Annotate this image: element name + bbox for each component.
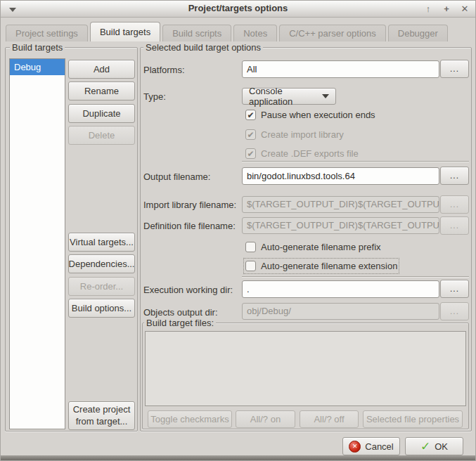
virtual-targets-button[interactable]: Virtual targets... — [68, 233, 135, 252]
tab-build-targets[interactable]: Build targets — [90, 22, 160, 41]
ok-button-label: OK — [435, 441, 448, 452]
duplicate-button[interactable]: Duplicate — [68, 104, 135, 123]
build-targets-group-label: Build targets — [10, 42, 65, 53]
platforms-label: Platforms: — [143, 65, 185, 75]
import-library-filename-label: Import library filename: — [143, 200, 236, 210]
objects-output-dir-label: Objects output dir: — [143, 307, 218, 318]
checkbox-unchecked-icon[interactable] — [245, 242, 256, 252]
import-library-browse-button: ... — [440, 195, 469, 214]
output-filename-input[interactable]: bin/godot.linuxbsd.tools.64 — [242, 167, 439, 185]
ok-button[interactable]: ✓ OK — [405, 437, 463, 455]
type-dropdown[interactable]: Console application — [242, 88, 336, 105]
window-bottom-edge — [1, 455, 475, 460]
list-item-debug[interactable]: Debug — [10, 59, 65, 75]
definition-file-filename-label: Definition file filename: — [143, 221, 236, 231]
chevron-down-icon — [322, 94, 329, 98]
ok-check-icon: ✓ — [420, 439, 430, 454]
reorder-button: Re-order... — [68, 277, 135, 296]
output-filename-label: Output filename: — [143, 171, 210, 182]
tab-notes[interactable]: Notes — [233, 25, 277, 41]
auto-generate-extension-label: Auto-generate filename extension — [261, 261, 397, 271]
auto-generate-extension-checkbox[interactable]: Auto-generate filename extension — [245, 260, 397, 272]
window-title: Project/targets options — [1, 3, 475, 13]
type-dropdown-value: Console application — [249, 86, 316, 107]
tab-cpp-parser-options[interactable]: C/C++ parser options — [279, 25, 386, 41]
all-on-button: All/? on — [236, 410, 295, 428]
selected-build-target-options-label: Selected build target options — [143, 42, 263, 53]
definition-file-filename-input: $(TARGET_OUTPUT_DIR)$(TARGET_OUTPUT_BAS — [242, 217, 439, 234]
checkbox-checked-icon[interactable]: ✔ — [245, 110, 256, 120]
close-window-icon[interactable]: ✕ — [460, 1, 470, 18]
separator — [242, 276, 469, 278]
titlebar: Project/targets options ↑ + ✕ — [1, 1, 475, 18]
dependencies-button[interactable]: Dependencies... — [68, 254, 135, 273]
checkbox-unchecked-icon[interactable] — [245, 261, 256, 271]
auto-generate-prefix-label: Auto-generate filename prefix — [261, 242, 381, 252]
pause-when-execution-ends-label: Pause when execution ends — [261, 110, 375, 120]
add-button[interactable]: Add — [68, 60, 135, 79]
tab-build-scripts[interactable]: Build scripts — [162, 25, 231, 41]
tab-bar: Project settings Build targets Build scr… — [1, 18, 475, 41]
cancel-button-label: Cancel — [365, 441, 393, 452]
build-options-button[interactable]: Build options... — [68, 299, 135, 318]
execution-working-dir-input[interactable]: . — [242, 280, 439, 298]
pause-when-execution-ends-checkbox[interactable]: ✔ Pause when execution ends — [245, 109, 375, 121]
build-targets-list[interactable]: Debug — [9, 58, 65, 429]
delete-button: Delete — [68, 126, 135, 145]
selected-file-properties-button: Selected file properties — [363, 410, 463, 428]
build-target-files-list[interactable] — [145, 331, 466, 406]
output-filename-browse-button[interactable]: ... — [440, 167, 469, 185]
objects-output-dir-input: obj/Debug/ — [242, 303, 439, 320]
create-def-exports-checkbox: ✔ Create .DEF exports file — [245, 148, 359, 160]
create-def-exports-label: Create .DEF exports file — [261, 148, 359, 159]
checkbox-checked-icon: ✔ — [245, 129, 256, 140]
auto-generate-prefix-checkbox[interactable]: Auto-generate filename prefix — [245, 241, 381, 253]
all-off-button: All/? off — [300, 410, 359, 428]
checkbox-checked-icon: ✔ — [245, 148, 256, 159]
separator — [242, 161, 469, 162]
definition-file-browse-button: ... — [440, 216, 469, 235]
execution-working-dir-label: Execution working dir: — [143, 285, 233, 295]
execution-working-dir-browse-button[interactable]: ... — [440, 280, 469, 298]
objects-output-dir-browse-button: ... — [440, 302, 469, 320]
cancel-button[interactable]: ✕ Cancel — [342, 437, 400, 455]
maximize-window-icon[interactable]: + — [442, 1, 451, 18]
platforms-browse-button[interactable]: ... — [440, 60, 469, 78]
toggle-checkmarks-button: Toggle checkmarks — [148, 410, 232, 428]
tab-debugger[interactable]: Debugger — [388, 25, 448, 41]
build-target-files-label: Build target files: — [144, 318, 216, 328]
cancel-icon: ✕ — [349, 441, 361, 453]
tab-project-settings[interactable]: Project settings — [6, 25, 88, 41]
project-targets-options-dialog: Project/targets options ↑ + ✕ Project se… — [0, 0, 476, 461]
create-project-from-target-button[interactable]: Create project from target... — [68, 401, 135, 430]
shade-window-icon[interactable]: ↑ — [423, 1, 433, 18]
platforms-input[interactable]: All — [242, 60, 439, 78]
import-library-filename-input: $(TARGET_OUTPUT_DIR)$(TARGET_OUTPUT_BAS — [242, 196, 439, 213]
create-import-library-label: Create import library — [261, 129, 344, 140]
rename-button[interactable]: Rename — [68, 82, 135, 100]
create-import-library-checkbox: ✔ Create import library — [245, 129, 344, 141]
type-label: Type: — [143, 91, 166, 102]
window-controls: ↑ + ✕ — [423, 1, 470, 18]
